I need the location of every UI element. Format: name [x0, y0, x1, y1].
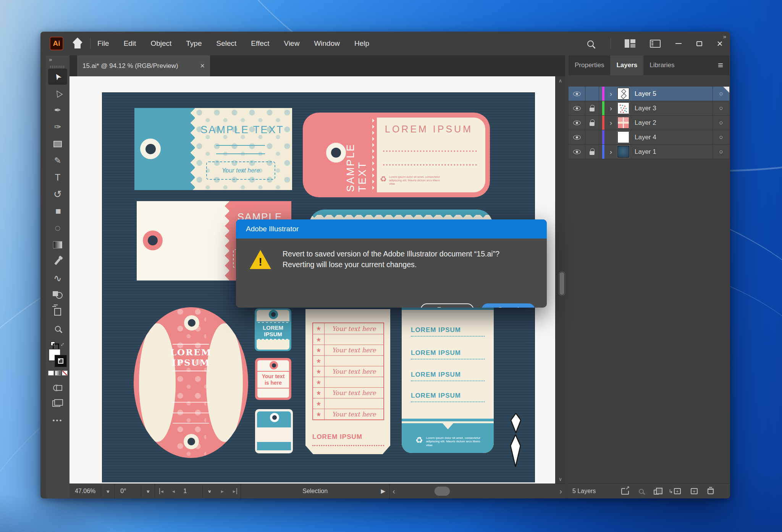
paintbrush-tool[interactable]: ✎	[48, 153, 67, 169]
layer-name[interactable]: Layer 2	[635, 119, 656, 127]
menu-view[interactable]: View	[284, 39, 300, 48]
menu-help[interactable]: Help	[354, 39, 369, 48]
collect-for-export-icon[interactable]	[621, 488, 629, 495]
layer-row[interactable]: › Layer 1 ○	[569, 145, 729, 159]
menu-window[interactable]: Window	[314, 39, 340, 48]
vertical-scrollbar[interactable]: ∧ ∨	[555, 76, 565, 484]
layer-name[interactable]: Layer 5	[635, 90, 656, 98]
blend-tool[interactable]: ∿	[48, 270, 67, 286]
menu-type[interactable]: Type	[186, 39, 202, 48]
clipping-mask-icon[interactable]	[654, 490, 659, 495]
locate-object-icon[interactable]	[639, 489, 644, 494]
layer-name[interactable]: Layer 3	[635, 105, 656, 112]
zoom-control[interactable]: 47.06% ∨	[69, 484, 115, 498]
illustrator-logo-icon[interactable]: Ai	[50, 37, 63, 50]
layer-thumbnail[interactable]	[617, 117, 629, 129]
layer-row[interactable]: › Layer 2 ○	[569, 116, 729, 130]
expand-chevron-icon[interactable]: ›	[606, 104, 616, 113]
artboard-tool[interactable]	[48, 304, 67, 320]
horizontal-scrollbar-thumb[interactable]	[435, 487, 450, 496]
expand-chevron-icon[interactable]: ›	[606, 90, 616, 98]
search-icon[interactable]	[577, 40, 604, 47]
scroll-right-icon[interactable]: ›	[559, 484, 562, 498]
layer-thumbnail[interactable]	[617, 88, 629, 100]
lock-icon[interactable]	[585, 87, 599, 101]
none-swatch[interactable]	[62, 371, 68, 376]
toolbar-grip[interactable]	[50, 66, 65, 68]
layer-target-icon[interactable]: ○	[713, 101, 729, 115]
chevron-down-icon[interactable]: ∨	[141, 485, 155, 497]
layer-target-icon[interactable]: ○	[713, 130, 729, 144]
lock-icon[interactable]	[585, 145, 599, 159]
layer-target-icon[interactable]: ○	[713, 145, 729, 159]
last-artboard-button[interactable]: ▸	[228, 488, 241, 494]
scroll-up-icon[interactable]: ∧	[556, 78, 565, 84]
previous-artboard-button[interactable]: ◂	[167, 488, 179, 494]
lock-icon[interactable]	[585, 116, 599, 130]
visibility-eye-icon[interactable]	[569, 130, 585, 144]
layer-target-icon[interactable]: ○	[713, 116, 729, 130]
drawing-modes-icon[interactable]	[53, 384, 62, 391]
visibility-eye-icon[interactable]	[569, 87, 585, 101]
panel-collapse-icon[interactable]: »	[723, 33, 726, 40]
layer-name[interactable]: Layer 4	[635, 134, 656, 141]
workspace-switcher-icon[interactable]	[650, 40, 661, 48]
eyedropper-tool[interactable]	[48, 253, 67, 269]
visibility-eye-icon[interactable]	[569, 116, 585, 130]
layer-row[interactable]: › Layer 3 ○	[569, 101, 729, 116]
gradient-tool[interactable]	[48, 237, 67, 253]
maximize-button[interactable]	[689, 32, 709, 55]
layer-row[interactable]: › Layer 4 ○	[569, 130, 729, 145]
lock-icon[interactable]	[585, 101, 599, 115]
layer-thumbnail[interactable]	[617, 131, 629, 143]
status-mode[interactable]: Selection ▶	[241, 484, 389, 498]
curvature-tool[interactable]: ✑	[48, 119, 67, 135]
tab-libraries[interactable]: Libraries	[643, 55, 680, 75]
new-layer-icon[interactable]: +	[691, 488, 698, 494]
rotation-control[interactable]: 0° ∨	[115, 484, 155, 498]
shape-builder-tool[interactable]	[48, 287, 67, 303]
visibility-eye-icon[interactable]	[569, 101, 585, 115]
tab-layers[interactable]: Layers	[610, 55, 643, 75]
pen-tool[interactable]: ✒	[48, 102, 67, 118]
new-sublayer-icon[interactable]: ↳+	[669, 488, 681, 494]
document-tab[interactable]: 15.ai* @ 94.12 % (RGB/Preview) ×	[77, 55, 210, 76]
layer-thumbnail[interactable]	[617, 102, 629, 114]
layer-target-icon[interactable]: ○	[713, 87, 729, 101]
fill-stroke-control[interactable]	[49, 349, 66, 367]
toolbar-expand-icon[interactable]: »	[49, 56, 52, 63]
direct-selection-tool[interactable]: ▷	[48, 85, 67, 102]
stroke-swatch[interactable]	[55, 355, 66, 367]
vertical-scrollbar-thumb[interactable]	[559, 272, 565, 295]
delete-layer-icon[interactable]	[708, 488, 714, 494]
visibility-eye-icon[interactable]	[569, 145, 585, 159]
scroll-down-icon[interactable]: ∨	[556, 476, 565, 482]
type-tool[interactable]: T	[48, 169, 67, 185]
chevron-down-icon[interactable]: ∨	[202, 485, 216, 497]
eraser-tool[interactable]: ◆	[48, 203, 67, 219]
horizontal-scrollbar[interactable]: ‹ ›	[389, 484, 565, 498]
close-button[interactable]: ×	[709, 32, 730, 55]
edit-toolbar-icon[interactable]: •••	[53, 417, 63, 424]
first-artboard-button[interactable]: ◂	[155, 488, 167, 494]
document-tab-close-icon[interactable]: ×	[200, 61, 205, 70]
expand-chevron-icon[interactable]: ›	[606, 148, 616, 156]
tab-properties[interactable]: Properties	[569, 55, 610, 75]
arrange-documents-icon[interactable]	[625, 39, 635, 48]
next-artboard-button[interactable]: ▸	[216, 488, 228, 494]
menu-file[interactable]: File	[97, 39, 109, 48]
dialog-title-bar[interactable]: Adobe Illustrator	[236, 219, 547, 239]
rotate-tool[interactable]: ↺	[48, 186, 67, 202]
selection-tool[interactable]: ➤	[48, 69, 67, 85]
menu-object[interactable]: Object	[150, 39, 171, 48]
expand-chevron-icon[interactable]: ›	[606, 119, 616, 127]
menu-effect[interactable]: Effect	[251, 39, 269, 48]
screen-mode-icon[interactable]	[52, 399, 63, 407]
revert-button[interactable]: Revert	[420, 303, 474, 308]
zoom-tool[interactable]	[48, 321, 67, 337]
panel-menu-icon[interactable]: ≡	[718, 55, 729, 75]
lock-icon[interactable]	[585, 130, 599, 144]
home-icon[interactable]	[72, 39, 83, 48]
menu-select[interactable]: Select	[217, 39, 237, 48]
minimize-button[interactable]	[668, 32, 689, 55]
